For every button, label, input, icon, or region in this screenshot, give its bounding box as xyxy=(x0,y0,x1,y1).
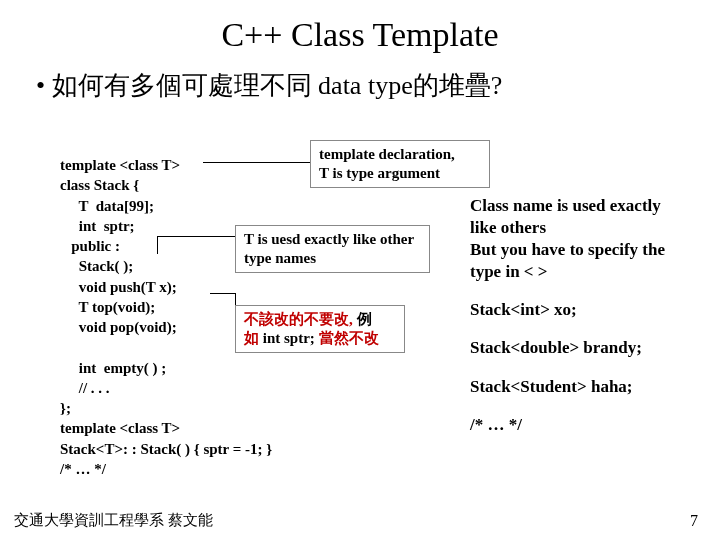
callout-text: int sptr; xyxy=(259,330,319,346)
connector-line xyxy=(157,236,158,254)
note-line: Class name is used exactly like others xyxy=(470,195,685,239)
callout-text: 例 xyxy=(357,311,372,327)
footer-left: 交通大學資訓工程學系 蔡文能 xyxy=(14,511,213,530)
right-notes: Class name is used exactly like others B… xyxy=(470,195,685,436)
note-line: But you have to specify the type in < > xyxy=(470,239,685,283)
callout-text: T is type argument xyxy=(319,165,440,181)
callout-t-usage: T is uesd exactly like other type names xyxy=(235,225,430,273)
slide-title: C++ Class Template xyxy=(30,16,690,54)
page-number: 7 xyxy=(690,512,698,530)
note-line: Stack<int> xo; xyxy=(470,299,685,321)
bullet-line: • 如何有多個可處理不同 data type的堆疊? xyxy=(36,68,690,103)
callout-no-change: 不該改的不要改, 例如 int sptr; 當然不改 xyxy=(235,305,405,353)
callout-text: T is uesd exactly like other xyxy=(244,231,414,247)
callout-text-red: 如 xyxy=(244,330,259,346)
slide: C++ Class Template • 如何有多個可處理不同 data typ… xyxy=(0,0,720,540)
connector-line xyxy=(203,162,310,163)
connector-line xyxy=(210,293,235,294)
callout-template-decl: template declaration, T is type argument xyxy=(310,140,490,188)
connector-line xyxy=(157,236,235,237)
note-line: Stack<Student> haha; xyxy=(470,376,685,398)
callout-text-red: 當然不改 xyxy=(319,330,379,346)
callout-text: template declaration, xyxy=(319,146,455,162)
callout-text: type names xyxy=(244,250,316,266)
callout-text-red: 不該改的不要改, xyxy=(244,311,357,327)
note-line: /* … */ xyxy=(470,414,685,436)
note-line: Stack<double> brandy; xyxy=(470,337,685,359)
